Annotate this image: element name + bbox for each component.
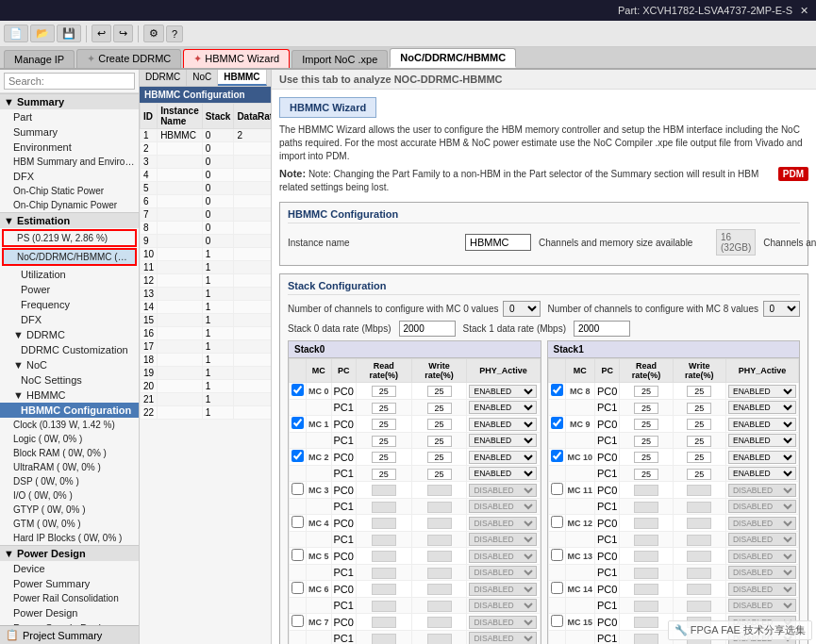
phy-select-disabled[interactable]: DISABLEDENABLED (469, 517, 537, 530)
write-input-disabled[interactable] (687, 568, 711, 579)
mc-checkbox[interactable] (551, 483, 563, 495)
phy-select[interactable]: ENABLEDDISABLED (728, 451, 796, 464)
mc-checkbox[interactable] (291, 549, 304, 561)
mc8-select[interactable]: 012 (763, 301, 800, 317)
write-input-disabled[interactable] (687, 485, 711, 496)
write-input-disabled[interactable] (427, 617, 452, 628)
phy-select-disabled[interactable]: DISABLEDENABLED (728, 599, 796, 612)
read-input[interactable] (372, 436, 396, 447)
read-input-disabled[interactable] (634, 601, 658, 612)
write-input-disabled[interactable] (427, 485, 452, 496)
write-input[interactable] (687, 436, 711, 447)
save-button[interactable]: 💾 (57, 25, 81, 42)
close-icon[interactable]: ✕ (800, 5, 808, 17)
mc0-select[interactable]: 012 (503, 301, 540, 317)
write-input-disabled[interactable] (427, 502, 452, 513)
write-input-disabled[interactable] (427, 584, 452, 595)
mc-checkbox[interactable] (551, 450, 563, 462)
sidebar-item-bram[interactable]: Block RAM ( 0W, 0% ) (0, 446, 139, 460)
write-input-disabled[interactable] (687, 551, 711, 562)
sidebar-item-noc-ddrmc[interactable]: NoC/DDRMC/HBMMC (7.758 ...) (4, 250, 135, 264)
sidebar-section-power-design[interactable]: ▼ Power Design (0, 545, 139, 561)
middle-table-row[interactable]: 90 (141, 235, 273, 248)
sidebar-item-gtyp[interactable]: GTYP ( 0W, 0% ) (0, 503, 139, 517)
phy-select-disabled[interactable]: DISABLEDENABLED (728, 517, 796, 530)
sidebar-item-frequency[interactable]: Frequency (0, 297, 139, 312)
read-input[interactable] (634, 386, 658, 397)
sidebar-item-power-summary[interactable]: Power Summary (0, 576, 139, 591)
sidebar-item-hbm-summary[interactable]: HBM Summary and Environme... (0, 155, 139, 169)
sidebar-section-summary[interactable]: ▼ Summary (0, 93, 139, 109)
write-input-disabled[interactable] (427, 535, 452, 546)
read-input-disabled[interactable] (634, 584, 658, 595)
instance-name-input[interactable] (465, 234, 531, 251)
write-input-disabled[interactable] (427, 551, 452, 562)
read-input-disabled[interactable] (372, 485, 396, 496)
read-input-disabled[interactable] (372, 502, 396, 513)
sidebar-item-power-design[interactable]: Power Design (0, 605, 139, 620)
sidebar-item-noc-settings[interactable]: NoC Settings (0, 372, 139, 388)
middle-tab-noc[interactable]: NoC (187, 70, 218, 86)
read-input-disabled[interactable] (372, 601, 396, 612)
phy-select-disabled[interactable]: DISABLEDENABLED (469, 533, 537, 546)
tab-import-noc[interactable]: Import NoC .xpe (291, 50, 388, 68)
read-input-disabled[interactable] (372, 535, 396, 546)
read-input-disabled[interactable] (634, 485, 658, 496)
phy-select-disabled[interactable]: DISABLEDENABLED (469, 500, 537, 513)
middle-table-row[interactable]: 151 (141, 314, 273, 327)
phy-select-disabled[interactable]: DISABLEDENABLED (469, 632, 537, 644)
read-input[interactable] (372, 469, 396, 480)
write-input-disabled[interactable] (687, 584, 711, 595)
phy-select-disabled[interactable]: DISABLEDENABLED (728, 583, 796, 596)
tab-hbmmc-wizard[interactable]: ✦ HBMMC Wizard (183, 49, 290, 68)
middle-table-row[interactable]: 40 (141, 169, 273, 182)
sidebar-item-utilization[interactable]: Utilization (0, 267, 139, 282)
tab-noddrmc-hbmmc[interactable]: NoC/DDRMC/HBMMC (390, 48, 516, 68)
phy-select[interactable]: ENABLEDDISABLED (728, 467, 796, 480)
write-input-disabled[interactable] (427, 568, 452, 579)
phy-select-disabled[interactable]: DISABLEDENABLED (728, 533, 796, 546)
mc-checkbox[interactable] (291, 384, 304, 396)
middle-tab-hbmmc[interactable]: HBMMC (218, 70, 266, 86)
phy-select[interactable]: ENABLEDDISABLED (728, 401, 796, 414)
write-input-disabled[interactable] (427, 634, 452, 644)
middle-table-row[interactable]: 161 (141, 327, 273, 340)
read-input-disabled[interactable] (634, 551, 658, 562)
sidebar-item-dynamic-power[interactable]: On-Chip Dynamic Power (0, 198, 139, 212)
mc-checkbox[interactable] (291, 417, 304, 429)
middle-table-row[interactable]: 50 (141, 182, 273, 195)
write-input-disabled[interactable] (687, 535, 711, 546)
sidebar-item-io[interactable]: I/O ( 0W, 0% ) (0, 488, 139, 503)
sidebar-item-hard-ip[interactable]: Hard IP Blocks ( 0W, 0% ) (0, 531, 139, 545)
write-input-disabled[interactable] (687, 601, 711, 612)
sidebar-item-ddrmc-custom[interactable]: DDRMC Customization (0, 342, 139, 357)
phy-select[interactable]: ENABLEDDISABLED (469, 418, 537, 431)
sidebar-item-power[interactable]: Power (0, 282, 139, 297)
sidebar-item-logic[interactable]: Logic ( 0W, 0% ) (0, 432, 139, 446)
sidebar-item-dfx2[interactable]: DFX (0, 312, 139, 327)
read-input-disabled[interactable] (372, 617, 396, 628)
read-input-disabled[interactable] (372, 634, 396, 644)
help-button[interactable]: ? (166, 25, 183, 42)
middle-table-row[interactable]: 60 (141, 195, 273, 208)
sidebar-item-noc[interactable]: ▼ NoC (0, 357, 139, 372)
middle-tab-ddrmc[interactable]: DDRMC (140, 70, 187, 86)
mc-checkbox[interactable] (291, 483, 304, 495)
read-input-disabled[interactable] (634, 535, 658, 546)
sidebar-section-estimation[interactable]: ▼ Estimation (0, 212, 139, 228)
read-input[interactable] (372, 403, 396, 414)
stack0-dr-input[interactable] (399, 321, 456, 337)
phy-select-disabled[interactable]: DISABLEDENABLED (728, 500, 796, 513)
write-input[interactable] (687, 419, 711, 430)
phy-select-disabled[interactable]: DISABLEDENABLED (728, 566, 796, 579)
write-input[interactable] (427, 403, 452, 414)
phy-select[interactable]: ENABLEDDISABLED (469, 401, 537, 414)
write-input[interactable] (687, 403, 711, 414)
write-input[interactable] (427, 452, 452, 463)
read-input[interactable] (634, 419, 658, 430)
phy-select[interactable]: ENABLEDDISABLED (469, 451, 537, 464)
sidebar-item-rail-consolidation[interactable]: Power Rail Consolidation (0, 591, 139, 605)
phy-select-disabled[interactable]: DISABLEDENABLED (469, 550, 537, 563)
write-input-disabled[interactable] (687, 502, 711, 513)
write-input[interactable] (687, 469, 711, 480)
